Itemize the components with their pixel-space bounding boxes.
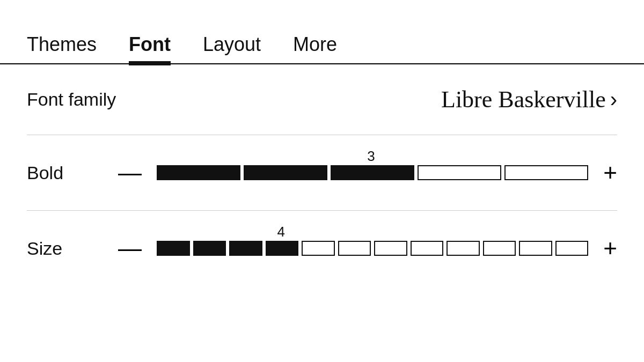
tab-bar: Themes Font Layout More (0, 0, 644, 64)
font-family-value: Libre Baskerville (441, 86, 606, 113)
bold-segment-0 (157, 165, 240, 180)
size-slider-container: — 4 + (118, 237, 617, 260)
bold-label: Bold (27, 162, 91, 183)
size-segment-3 (266, 241, 299, 256)
size-segment-10 (519, 241, 552, 256)
size-segment-8 (447, 241, 480, 256)
bold-value-label: 3 (367, 148, 375, 165)
size-increase-button[interactable]: + (603, 237, 617, 260)
size-decrease-button[interactable]: — (118, 237, 142, 260)
tab-more[interactable]: More (293, 33, 337, 63)
size-segment-7 (411, 241, 444, 256)
size-segment-6 (374, 241, 407, 256)
bold-segment-4 (504, 165, 588, 180)
chevron-right-icon: › (610, 87, 617, 112)
size-label: Size (27, 238, 91, 259)
size-segment-4 (302, 241, 335, 256)
size-segment-0 (157, 241, 190, 256)
tab-font[interactable]: Font (129, 33, 171, 63)
bold-segments-wrapper: 3 (157, 165, 588, 180)
tab-layout[interactable]: Layout (203, 33, 261, 63)
size-segment-5 (338, 241, 371, 256)
size-value-label: 4 (277, 224, 285, 240)
bold-row: Bold — 3 + (27, 135, 617, 211)
bold-segment-1 (244, 165, 327, 180)
bold-segment-3 (418, 165, 501, 180)
tab-themes[interactable]: Themes (27, 33, 97, 63)
size-segments (157, 241, 588, 256)
font-family-label: Font family (27, 89, 116, 110)
size-segment-1 (193, 241, 226, 256)
size-segment-11 (555, 241, 589, 256)
size-segments-wrapper: 4 (157, 241, 588, 256)
size-segment-2 (229, 241, 262, 256)
bold-increase-button[interactable]: + (603, 161, 617, 184)
size-row: Size — 4 + (27, 211, 617, 286)
size-segment-9 (483, 241, 516, 256)
content-area: Font family Libre Baskerville › Bold — 3… (0, 64, 644, 286)
font-family-selector[interactable]: Libre Baskerville › (441, 86, 617, 113)
bold-slider-container: — 3 + (118, 161, 617, 184)
bold-decrease-button[interactable]: — (118, 161, 142, 184)
bold-segment-2 (331, 165, 414, 180)
font-family-row: Font family Libre Baskerville › (27, 64, 617, 135)
bold-segments (157, 165, 588, 180)
